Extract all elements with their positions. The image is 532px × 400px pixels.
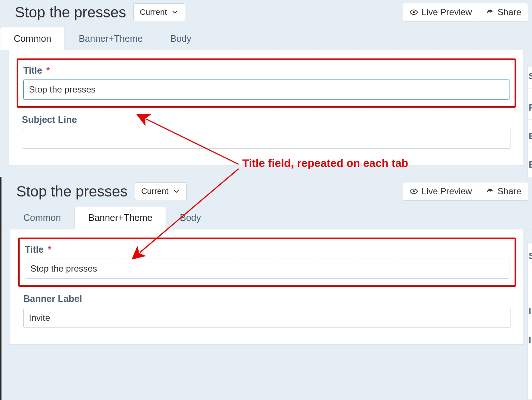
header-row: Stop the presses Current Live Preview Sh… — [1, 177, 532, 206]
header-row: Stop the presses Current Live Preview Sh… — [0, 0, 532, 27]
live-preview-label: Live Preview — [422, 186, 472, 196]
live-preview-label: Live Preview — [422, 7, 472, 17]
tab-body[interactable]: Body — [156, 27, 205, 50]
tab-banner-theme[interactable]: Banner+Theme — [74, 206, 166, 229]
page-title: Stop the presses — [15, 4, 126, 21]
version-dropdown-label: Current — [141, 186, 168, 196]
svg-point-0 — [413, 11, 415, 13]
form-area-common: Title * Subject Line — [8, 50, 524, 165]
title-label-text: Title — [23, 65, 42, 75]
title-field[interactable] — [25, 259, 509, 279]
chevron-down-icon — [171, 8, 179, 16]
svg-point-1 — [413, 190, 415, 192]
title-highlight-box: Title * — [18, 238, 516, 287]
version-dropdown[interactable]: Current — [133, 3, 185, 21]
live-preview-button[interactable]: Live Preview — [403, 3, 479, 21]
chevron-down-icon — [172, 187, 180, 195]
sidebar-letter: F — [528, 102, 532, 113]
share-arrow-icon — [486, 187, 494, 195]
subject-line-field[interactable] — [22, 129, 511, 149]
title-label: Title * — [25, 244, 509, 255]
page-title: Stop the presses — [16, 183, 127, 200]
share-label: Share — [498, 7, 521, 17]
sidebar-letter: I — [528, 306, 532, 316]
share-button[interactable]: Share — [479, 182, 528, 201]
tabs-row: Common Banner+Theme Body — [1, 206, 532, 229]
banner-label-field[interactable] — [23, 308, 511, 328]
title-label-text: Title — [25, 244, 44, 255]
editor-pane-banner: Stop the presses Current Live Preview Sh… — [0, 177, 532, 400]
eye-icon — [410, 187, 418, 195]
sidebar-letter: S — [528, 251, 532, 261]
banner-label-group: Banner Label — [18, 293, 516, 328]
subject-line-group: Subject Line — [17, 114, 516, 149]
sidebar-letter: E — [528, 159, 532, 170]
title-highlight-box: Title * — [17, 58, 516, 108]
tab-body[interactable]: Body — [166, 206, 215, 229]
subject-line-label: Subject Line — [22, 114, 511, 125]
header-actions: Live Preview Share — [403, 182, 528, 201]
tab-common[interactable]: Common — [0, 27, 65, 50]
required-asterisk: * — [48, 244, 51, 255]
sidebar-letter: E — [528, 131, 532, 141]
sidebar-stub-top: S F E E — [528, 67, 532, 177]
live-preview-button[interactable]: Live Preview — [403, 182, 479, 201]
share-arrow-icon — [486, 8, 494, 16]
header-actions: Live Preview Share — [403, 3, 528, 21]
title-field[interactable] — [23, 80, 509, 100]
required-asterisk: * — [46, 65, 50, 75]
sidebar-letter: S — [528, 71, 532, 81]
sidebar-letter: I — [528, 335, 532, 346]
form-area-banner: Title * Banner Label — [10, 229, 524, 344]
share-button[interactable]: Share — [479, 3, 528, 21]
sidebar-stub-bottom: S I I — [528, 243, 532, 399]
tabs-row: Common Banner+Theme Body — [0, 27, 532, 50]
tab-common[interactable]: Common — [10, 206, 74, 229]
version-dropdown-label: Current — [140, 7, 167, 17]
title-label: Title * — [23, 65, 509, 76]
tab-banner-theme[interactable]: Banner+Theme — [65, 27, 156, 50]
editor-pane-common: Stop the presses Current Live Preview Sh… — [0, 0, 532, 177]
banner-label-label: Banner Label — [23, 293, 511, 304]
version-dropdown[interactable]: Current — [135, 182, 186, 200]
share-label: Share — [498, 186, 521, 196]
eye-icon — [410, 8, 418, 16]
